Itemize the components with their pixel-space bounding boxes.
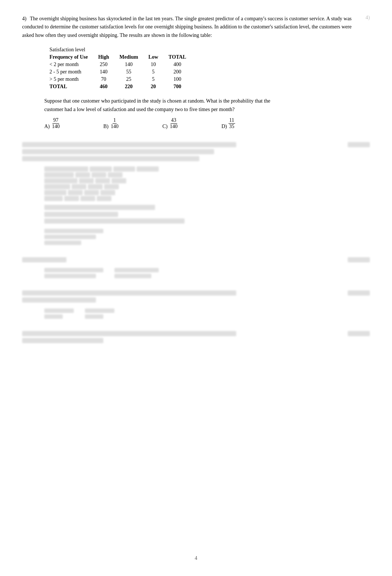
- blurred-question-6: [22, 256, 370, 280]
- question-4-row: 4) The overnight shipping business has s…: [22, 15, 370, 130]
- sub-question-text: Suppose that one customer who participat…: [44, 97, 284, 114]
- table-header-row: Frequency of Use High Medium Low TOTAL: [44, 54, 191, 61]
- question-4-number: 4): [22, 16, 27, 21]
- satisfaction-table: Satisfaction level Frequency of Use High…: [44, 46, 191, 90]
- question-4-body: The overnight shipping business has skyr…: [22, 16, 352, 38]
- question-4-block: 4) The overnight shipping business has s…: [22, 15, 370, 130]
- choice-b-denominator: 140: [110, 124, 119, 130]
- choice-b: B) 1 140: [103, 117, 148, 130]
- choice-d-fraction: 11 35: [228, 117, 235, 130]
- col-header-total: TOTAL: [164, 54, 192, 61]
- table-cell-value: 20: [143, 83, 163, 90]
- table-cell-value: 5: [143, 68, 163, 76]
- satisfaction-table-container: Satisfaction level Frequency of Use High…: [44, 46, 358, 90]
- table-cell-value: 140: [93, 68, 114, 76]
- choice-a-denominator: 140: [51, 124, 61, 130]
- choice-c-numerator: 43: [171, 117, 177, 124]
- choice-b-label: B): [103, 124, 109, 130]
- choice-c-label: C): [162, 124, 168, 130]
- table-cell-value: 25: [114, 76, 144, 83]
- choice-a-numerator: 97: [52, 117, 59, 124]
- blurred-question-8: [22, 330, 370, 345]
- col-header-high: High: [93, 54, 114, 61]
- table-cell-label: 2 - 5 per month: [44, 68, 93, 76]
- table-cell-value: 460: [93, 83, 114, 90]
- table-row: TOTAL46022020700: [44, 83, 191, 90]
- table-cell-label: < 2 per month: [44, 61, 93, 68]
- choice-d-label: D): [221, 124, 227, 130]
- choice-c-denominator: 140: [169, 124, 178, 130]
- page: 4) The overnight shipping business has s…: [0, 0, 392, 576]
- choice-a-label: A): [44, 124, 50, 130]
- table-cell-value: 140: [114, 61, 144, 68]
- table-row: 2 - 5 per month140555200: [44, 68, 191, 76]
- table-cell-value: 10: [143, 61, 163, 68]
- table-cell-value: 100: [164, 76, 192, 83]
- table-body: < 2 per month250140104002 - 5 per month1…: [44, 61, 191, 90]
- table-cell-value: 5: [143, 76, 163, 83]
- page-number: 4: [195, 555, 197, 561]
- table-row: < 2 per month25014010400: [44, 61, 191, 68]
- table-cell-label: > 5 per month: [44, 76, 93, 83]
- table-cell-value: 55: [114, 68, 144, 76]
- table-cell-value: 220: [114, 83, 144, 90]
- satisfaction-header: Satisfaction level: [44, 46, 191, 54]
- table-cell-value: 200: [164, 68, 192, 76]
- col-header-low: Low: [143, 54, 163, 61]
- table-cell-value: 70: [93, 76, 114, 83]
- col-header-medium: Medium: [114, 54, 144, 61]
- question-4-text: 4) The overnight shipping business has s…: [22, 15, 358, 39]
- table-cell-value: 700: [164, 83, 192, 90]
- table-row: > 5 per month70255100: [44, 76, 191, 83]
- blurred-question-7: [22, 289, 370, 320]
- table-cell-value: 250: [93, 61, 114, 68]
- page-number-value: 4: [195, 555, 197, 561]
- choice-c-fraction: 43 140: [169, 117, 178, 130]
- choice-d-numerator: 11: [228, 117, 235, 124]
- choice-d-denominator: 35: [228, 124, 235, 130]
- table-cell-value: 400: [164, 61, 192, 68]
- choice-d: D) 11 35: [221, 117, 266, 130]
- blurred-question-5: [22, 141, 370, 246]
- choice-c: C) 43 140: [162, 117, 207, 130]
- question-4-content: 4) The overnight shipping business has s…: [22, 15, 358, 130]
- answer-choices: A) 97 140 B) 1 140 C): [44, 117, 358, 130]
- choice-b-numerator: 1: [113, 117, 117, 124]
- question-4-number-right: 4): [365, 15, 370, 21]
- choice-a-fraction: 97 140: [51, 117, 61, 130]
- col-header-frequency: Frequency of Use: [44, 54, 93, 61]
- choice-b-fraction: 1 140: [110, 117, 119, 130]
- table-cell-label: TOTAL: [44, 83, 93, 90]
- choice-a: A) 97 140: [44, 117, 89, 130]
